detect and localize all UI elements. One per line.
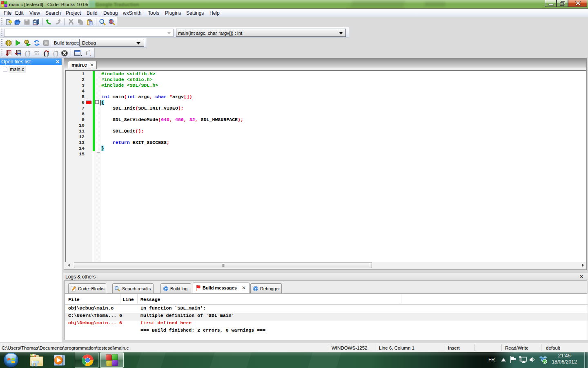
- svg-text:R: R: [109, 19, 113, 24]
- svg-text:i: i: [86, 50, 87, 56]
